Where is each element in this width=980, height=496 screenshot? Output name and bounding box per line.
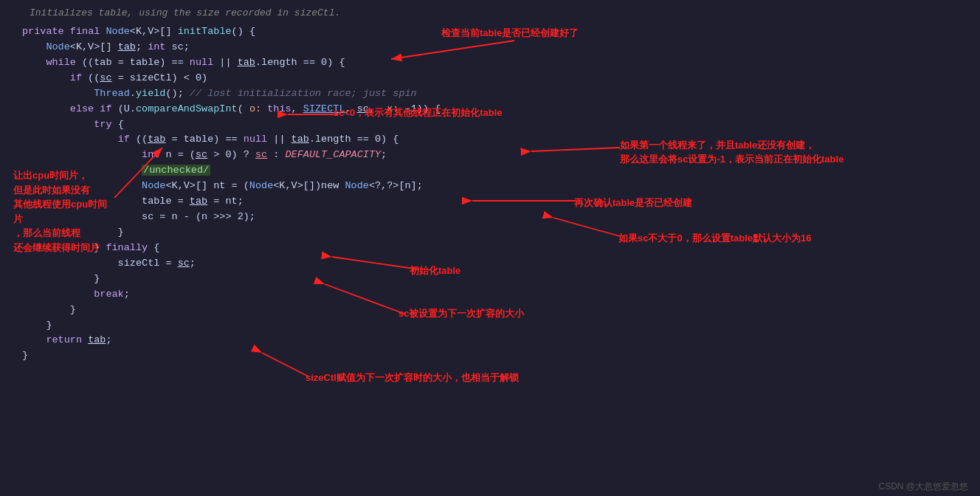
code-line: int n = (sc > 0) ? sc : DEFAULT_CAPACITY… (22, 148, 980, 163)
code-line: } (22, 348, 980, 364)
code-line: else if (U.compareAndSwapInt( o: this, S… (22, 102, 980, 117)
code-line: private final Node<K,V>[] initTable() { (22, 24, 980, 40)
code-area: Initializes table, using the size record… (0, 0, 980, 496)
code-line: Node<K,V>[] tab; int sc; (22, 40, 980, 55)
code-line: Thread.yield(); // lost initialization r… (22, 86, 980, 102)
code-line: } (22, 272, 980, 287)
code-line: if ((tab = table) == null || tab.length … (22, 132, 980, 148)
code-line: } (22, 225, 980, 241)
code-line: while ((tab = table) == null || tab.leng… (22, 55, 980, 71)
code-line: } (22, 318, 980, 334)
code-line: try { (22, 117, 980, 133)
footer-watermark: CSDN @大忽悠爱忽悠 (878, 480, 968, 493)
code-line: } finally { (22, 241, 980, 256)
top-comment: Initializes table, using the size record… (15, 6, 980, 23)
code-line: return tab; (22, 333, 980, 348)
annotation-sizectl-unlock: sizeCtl赋值为下一次扩容时的大小，也相当于解锁 (306, 371, 519, 385)
code-line: /unchecked/ (22, 163, 980, 179)
code-line: sc = n - (n >>> 2); (22, 210, 980, 225)
code-line: break; (22, 287, 980, 303)
code-line: if ((sc = sizeCtl) < 0) (22, 71, 980, 86)
code-line: table = tab = nt; (22, 194, 980, 210)
code-line: Node<K,V>[] nt = (Node<K,V>[])new Node<?… (22, 179, 980, 194)
code-line: } (22, 303, 980, 318)
code-line: sizeCtl = sc; (22, 256, 980, 272)
